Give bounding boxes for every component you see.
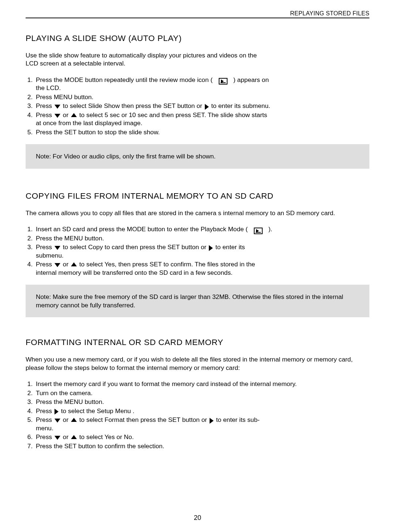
- list-item: Press or to select Yes or No.: [34, 433, 369, 441]
- intro-formatting: When you use a new memory card, or if yo…: [26, 355, 362, 372]
- step-text: Insert an SD card and press the MODE but…: [36, 225, 251, 233]
- down-arrow-icon: [54, 263, 60, 267]
- steps-copying: Insert an SD card and press the MODE but…: [26, 225, 369, 277]
- intro-copying: The camera allows you to copy all files …: [26, 209, 362, 217]
- down-arrow-icon: [54, 419, 60, 423]
- up-arrow-icon: [71, 418, 77, 422]
- playback-icon: [219, 78, 227, 85]
- list-item: Press the MENU button.: [34, 398, 369, 406]
- step-text: to enter its submenu.: [211, 102, 270, 109]
- list-item: Insert the memory card if you want to fo…: [34, 380, 369, 388]
- list-item: Press the MODE button repeatedly until t…: [34, 76, 274, 92]
- step-text: or: [63, 433, 70, 441]
- list-item: Press the SET button to confirm the sele…: [34, 442, 369, 450]
- list-item: Press the SET button to stop the slide s…: [34, 128, 274, 136]
- list-item: Turn on the camera.: [34, 389, 369, 397]
- up-arrow-icon: [71, 435, 77, 439]
- step-text: to select Copy to card then press the SE…: [63, 243, 208, 251]
- down-arrow-icon: [54, 436, 60, 440]
- steps-formatting: Insert the memory card if you want to fo…: [26, 380, 369, 450]
- up-arrow-icon: [71, 113, 77, 117]
- running-header: REPLAYING STORED FILES: [26, 10, 369, 18]
- down-arrow-icon: [54, 246, 60, 250]
- list-item: Press to select the Setup Menu .: [34, 407, 369, 415]
- heading-formatting: FORMATTING INTERNAL OR SD CARD MEMORY: [26, 338, 369, 347]
- step-text: Press the MODE button repeatedly until t…: [36, 76, 216, 83]
- list-item: Press the MENU button.: [34, 234, 274, 242]
- right-arrow-icon: [205, 104, 209, 110]
- right-arrow-icon: [54, 409, 59, 415]
- list-item: Press to select Slide Show then press th…: [34, 102, 274, 110]
- heading-copying: COPYING FILES FROM INTERNAL MEMORY TO AN…: [26, 191, 369, 201]
- step-text: to select Format then press the SET butt…: [79, 416, 209, 423]
- step-text: or: [63, 416, 70, 423]
- step-text: to select 5 sec or 10 sec and then press…: [36, 111, 267, 127]
- step-text: Press: [36, 261, 54, 268]
- step-text: ).: [265, 225, 272, 233]
- step-text: Press: [36, 102, 54, 109]
- note-slideshow: Note: For Video or audio clips, only the…: [26, 144, 369, 168]
- list-item: Press or to select Yes, then press SET t…: [34, 260, 274, 277]
- right-arrow-icon: [209, 245, 213, 251]
- intro-slideshow: Use the slide show feature to automatica…: [26, 51, 260, 68]
- list-item: Insert an SD card and press the MODE but…: [34, 225, 274, 233]
- playback-icon: [254, 228, 263, 234]
- step-text: Press: [36, 433, 54, 441]
- step-text: to select Slide Show then press the SET …: [63, 102, 204, 109]
- heading-slideshow: PLAYING A SLIDE SHOW (AUTO PLAY): [26, 34, 369, 43]
- up-arrow-icon: [71, 262, 77, 266]
- step-text: or: [63, 261, 70, 268]
- step-text: to select Yes or No.: [79, 433, 134, 441]
- list-item: Press MENU button.: [34, 93, 274, 101]
- right-arrow-icon: [210, 418, 214, 424]
- step-text: to select the Setup Menu .: [61, 407, 135, 415]
- step-text: Press: [36, 243, 54, 251]
- note-copying: Note: Make sure the free memory of the S…: [26, 285, 369, 317]
- down-arrow-icon: [54, 114, 60, 118]
- step-text: Press: [36, 407, 54, 415]
- list-item: Press or to select Format then press the…: [34, 416, 274, 432]
- list-item: Press to select Copy to card then press …: [34, 243, 274, 259]
- page-number: 20: [0, 514, 395, 522]
- step-text: or: [63, 111, 70, 119]
- list-item: Press or to select 5 sec or 10 sec and t…: [34, 111, 274, 127]
- steps-slideshow: Press the MODE button repeatedly until t…: [26, 76, 369, 136]
- step-text: Press: [36, 416, 54, 423]
- down-arrow-icon: [54, 105, 60, 109]
- step-text: Press: [36, 111, 54, 119]
